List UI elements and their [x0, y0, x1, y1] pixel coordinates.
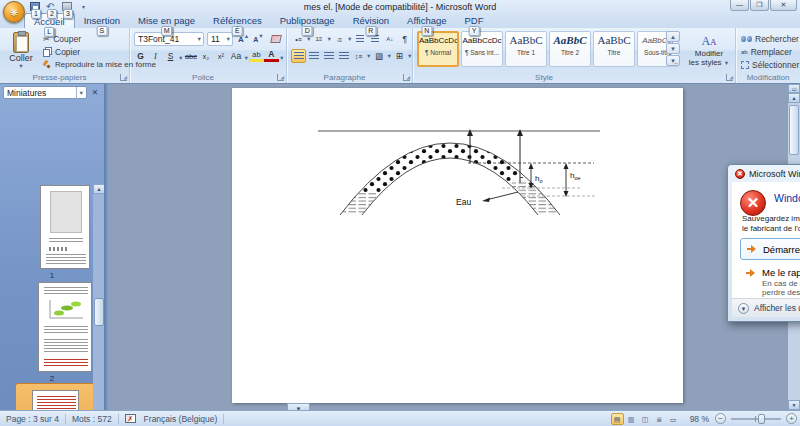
tab-mise-en-page[interactable]: Mise en pageM — [129, 13, 204, 28]
numbering-button[interactable]: 1≡ — [311, 32, 326, 46]
zoom-slider-thumb[interactable] — [758, 414, 765, 424]
water-pointer-line — [486, 192, 518, 200]
superscript-button[interactable]: x² — [213, 49, 228, 63]
document-page[interactable]: ho hoe Eau — [232, 88, 683, 403]
bold-button[interactable]: G — [133, 49, 148, 63]
styles-dialog-launcher[interactable]: ◢ — [726, 74, 733, 81]
zoom-in-button[interactable]: + — [786, 413, 797, 424]
multilevel-list-button[interactable]: ⁝≡ — [332, 32, 347, 46]
font-dialog-launcher[interactable]: ◢ — [277, 74, 284, 81]
shading-button[interactable]: ▨ — [371, 49, 386, 63]
start-backup-command-link[interactable]: Démarrer le processus de sauvegarde — [740, 238, 800, 260]
paste-button[interactable]: Coller ▼ — [4, 31, 38, 78]
align-left-button[interactable] — [291, 49, 306, 63]
clear-formatting-button[interactable] — [268, 32, 283, 46]
keytip-mise-en-page: M — [161, 26, 173, 36]
arrowhead-up-icon — [517, 129, 523, 136]
font-color-chevron-icon[interactable]: ▼ — [279, 55, 284, 63]
pane-selector-combo[interactable]: Miniatures ▼ — [3, 86, 87, 99]
font-size-combo[interactable]: 11▼ — [207, 32, 233, 46]
line-spacing-button[interactable]: ↕≡ — [351, 49, 366, 63]
tab-publipostage[interactable]: PublipostageD — [271, 13, 344, 28]
font-color-button[interactable]: A — [264, 49, 279, 62]
style-sans-interligne[interactable]: AaBbCcDc ¶ Sans int... — [461, 31, 503, 67]
window-controls: — ❐ ✕ — [730, 0, 797, 11]
align-center-button[interactable] — [306, 49, 321, 63]
scrollbar-thumb[interactable] — [789, 105, 799, 155]
justify-button[interactable] — [336, 49, 351, 63]
zoom-slider[interactable] — [731, 418, 781, 420]
borders-button[interactable]: ⊞ — [392, 49, 407, 63]
outline-view-button[interactable]: ≣ — [653, 413, 666, 425]
dialog-title-bar: ✕ Microsoft Windows — [728, 165, 800, 182]
arrowhead-up-icon — [529, 163, 534, 169]
dialog-text-line2: le fabricant de l'ordinateur pour déterm… — [742, 224, 800, 233]
style-gallery-down-button[interactable]: ▼ — [666, 43, 680, 54]
scroll-down-button[interactable]: ▼ — [788, 400, 800, 410]
shrink-font-button[interactable]: A▼ — [251, 32, 266, 46]
style-titre1[interactable]: AaBbC Titre 1 — [505, 31, 547, 67]
pane-splitter[interactable] — [104, 84, 109, 410]
page-indicator[interactable]: Page : 3 sur 4 — [6, 414, 59, 424]
style-titre[interactable]: AaBbC Titre — [593, 31, 635, 67]
group-label-editing: Modification — [736, 73, 800, 82]
find-button[interactable]: Rechercher▼ — [739, 32, 800, 45]
highlight-button[interactable]: ab — [249, 49, 264, 62]
sort-button[interactable]: A↓ — [382, 32, 397, 46]
underline-button[interactable]: S — [163, 49, 178, 63]
scroll-up-button[interactable]: ▲ — [788, 93, 800, 103]
pane-scrollbar-thumb[interactable] — [94, 298, 104, 326]
change-case-button[interactable]: Aa — [228, 49, 243, 63]
subscript-button[interactable]: x₂ — [198, 49, 213, 63]
style-gallery-more-button[interactable]: ▼̲ — [666, 55, 680, 66]
tab-revision[interactable]: RévisionR — [344, 13, 398, 28]
office-button[interactable]: ❋ — [3, 1, 25, 23]
italic-button[interactable]: I — [148, 49, 163, 63]
select-button[interactable]: Sélectionner▼ — [739, 58, 800, 71]
zoom-level[interactable]: 98 % — [690, 414, 709, 424]
fullscreen-reading-view-button[interactable]: ▥ — [625, 413, 638, 425]
align-center-icon — [309, 52, 319, 61]
page-thumbnail-1[interactable] — [40, 185, 90, 269]
replace-button[interactable]: abRemplacer — [739, 45, 800, 58]
restore-button[interactable]: ❐ — [750, 0, 769, 11]
ruler-toggle-button[interactable]: ▭ — [788, 84, 800, 93]
pane-close-button[interactable]: ✕ — [89, 86, 101, 99]
remind-later-command-link[interactable]: Me le rappeler ultérieurement — [746, 267, 800, 278]
style-normal[interactable]: AaBbCcDc ¶ Normal — [417, 31, 459, 67]
chevron-down-icon: ▼ — [226, 36, 231, 42]
style-titre2[interactable]: AaBbC Titre 2 — [549, 31, 591, 67]
tab-insertion[interactable]: InsertionS — [75, 13, 129, 28]
ribbon: Coller ▼ ✂Couper Copier Reproduire la mi… — [0, 28, 800, 83]
command-arrow-icon — [746, 268, 756, 277]
details-chevron-icon[interactable]: ▼ — [738, 303, 749, 314]
strikethrough-button[interactable]: abc — [183, 49, 198, 63]
word-window: mes el. [Mode de compatibilité] - Micros… — [0, 0, 800, 426]
reservoir-dots-fill — [340, 143, 560, 215]
style-gallery-up-button[interactable]: ▲ — [666, 31, 680, 42]
tab-pdf[interactable]: PDFY — [456, 13, 493, 28]
align-right-button[interactable] — [321, 49, 336, 63]
minimize-button[interactable]: — — [730, 0, 749, 11]
tab-references[interactable]: RéférencesÉ — [204, 13, 271, 28]
web-layout-view-button[interactable]: ◫ — [639, 413, 652, 425]
page-thumbnail-2[interactable] — [38, 282, 92, 372]
qat-customize-chevron-icon[interactable]: ▾ — [82, 3, 85, 10]
word-count[interactable]: Mots : 572 — [72, 414, 112, 424]
copy-icon — [43, 49, 50, 57]
zoom-out-button[interactable]: − — [715, 413, 726, 424]
print-layout-view-button[interactable]: ▤ — [611, 413, 624, 425]
change-styles-button[interactable]: AA Modifier les styles ▼ — [685, 31, 733, 67]
show-marks-button[interactable]: ¶ — [397, 32, 412, 46]
clipboard-dialog-launcher[interactable]: ◢ — [120, 74, 127, 81]
show-details-link[interactable]: Afficher les détails — [754, 303, 800, 313]
paragraph-dialog-launcher[interactable]: ◢ — [403, 74, 410, 81]
replace-icon: ab — [741, 49, 748, 55]
draft-view-button[interactable]: ▭ — [667, 413, 680, 425]
separator — [223, 414, 224, 424]
close-button[interactable]: ✕ — [770, 0, 797, 11]
language-indicator[interactable]: Français (Belgique) — [144, 414, 218, 424]
proofing-status-icon[interactable]: ✗ — [125, 414, 136, 423]
group-styles: AaBbCcDc ¶ Normal AaBbCcDc ¶ Sans int...… — [413, 28, 736, 83]
tab-affichage[interactable]: AffichageN — [398, 13, 455, 28]
